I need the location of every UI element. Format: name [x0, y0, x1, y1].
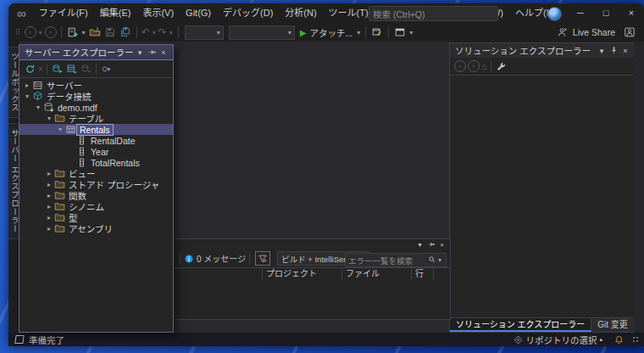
close-icon[interactable]: ×	[158, 48, 169, 57]
refresh-icon[interactable]	[23, 62, 37, 76]
column-header-line[interactable]: 行	[411, 268, 433, 280]
error-search-box[interactable]: エラー一覧を検索 ▾	[345, 253, 447, 267]
search-box[interactable]: 検索 (Ctrl+Q)	[369, 6, 498, 21]
notifications-bell-icon[interactable]	[614, 334, 624, 345]
menu-item-6[interactable]: ツール(T)	[323, 3, 375, 23]
add-connection-disabled-button[interactable]	[79, 62, 93, 76]
status-bar: 準備完了 リポジトリの選択 ▴	[8, 333, 644, 346]
expander-icon[interactable]: ▸	[45, 192, 53, 199]
tree-item[interactable]: RentalDate	[19, 135, 173, 146]
expander-icon[interactable]: ▾	[34, 104, 42, 111]
toolbar-separator	[249, 253, 250, 264]
minimize-button[interactable]: ─	[568, 3, 593, 23]
menu-item-1[interactable]: 編集(E)	[94, 3, 137, 23]
close-icon[interactable]: ×	[436, 241, 447, 249]
back-button[interactable]: ‹	[454, 60, 466, 72]
resize-grip[interactable]	[632, 336, 639, 343]
new-project-dropdown-icon[interactable]: ▾	[82, 29, 86, 36]
tree-item[interactable]: ▸サーバー	[19, 80, 173, 91]
menu-item-4[interactable]: デバッグ(D)	[217, 3, 279, 23]
platform-combobox[interactable]: ▾	[229, 25, 295, 40]
connect-to-database-button[interactable]	[50, 62, 64, 76]
window-position-icon[interactable]: ▾	[596, 47, 608, 55]
panel-title: サーバー エクスプローラー	[25, 46, 134, 59]
expander-icon[interactable]: ▸	[45, 225, 53, 233]
filter-button[interactable]	[255, 251, 270, 265]
dock-window-button[interactable]	[393, 25, 407, 39]
open-file-button[interactable]	[88, 25, 102, 39]
menu-item-5[interactable]: 分析(N)	[279, 3, 322, 23]
expander-icon[interactable]: ▾	[23, 92, 31, 100]
pin-icon[interactable]	[608, 46, 619, 55]
navigate-back-button[interactable]: ‹	[25, 26, 36, 38]
expander-icon[interactable]: ▾	[56, 126, 64, 133]
tree-item[interactable]: ▸シノニム	[19, 201, 173, 212]
attach-dropdown-icon[interactable]: ▾	[357, 29, 360, 36]
background-tasks-icon[interactable]	[14, 335, 24, 344]
bottom-tab-0[interactable]: ソリューション エクスプローラー	[450, 318, 591, 332]
expander-icon[interactable]: ▸	[45, 214, 53, 221]
maximize-button[interactable]: □	[593, 3, 619, 23]
bottom-tab-1[interactable]: Git 変更	[591, 318, 635, 332]
close-button[interactable]: ×	[619, 3, 644, 23]
expander-icon[interactable]: ▸	[45, 203, 53, 210]
expander-icon[interactable]: ▸	[23, 81, 31, 89]
column-header-project[interactable]: プロジェクト	[262, 268, 341, 280]
tree-item[interactable]: ▾Rentals	[19, 124, 173, 135]
navigate-back-dropdown-icon[interactable]: ▾	[39, 29, 42, 36]
toolbar-grip[interactable]: ⠿	[15, 28, 20, 36]
chevron-down-icon: ▾	[217, 29, 220, 36]
filter-icon	[258, 253, 268, 263]
pin-icon[interactable]	[146, 48, 158, 57]
close-icon[interactable]: ×	[619, 47, 631, 55]
home-button[interactable]: ⌂	[481, 61, 487, 71]
expander-icon[interactable]: ▸	[45, 181, 53, 188]
configuration-combobox[interactable]: ▾	[185, 25, 224, 40]
switch-views-button[interactable]	[494, 59, 508, 73]
tree-item[interactable]: ▸アセンブリ	[19, 223, 173, 234]
play-icon: ▶	[300, 28, 307, 37]
live-share-icon[interactable]	[555, 25, 569, 39]
tree-item[interactable]: ▾テーブル	[19, 113, 173, 124]
data-tools-button[interactable]	[99, 62, 114, 76]
new-project-button[interactable]	[66, 25, 80, 39]
toolbar-overflow-icon[interactable]: ▾	[409, 29, 413, 36]
undo-button[interactable]: ↶	[142, 26, 150, 38]
solution-explorer-toolbar: ‹ › ⌂	[450, 58, 635, 76]
save-button[interactable]	[103, 25, 117, 39]
expander-icon[interactable]: ▾	[45, 115, 53, 122]
forward-button[interactable]: ›	[468, 60, 480, 72]
menu-item-0[interactable]: ファイル(F)	[33, 3, 94, 23]
tree-item[interactable]: ▾データ接続	[19, 91, 173, 102]
pin-icon[interactable]	[425, 240, 436, 249]
redo-dropdown-icon[interactable]: ▾	[169, 29, 173, 36]
server-explorer-tree: ▸サーバー▾データ接続▾demo.mdf▾テーブル▾RentalsRentalD…	[19, 78, 173, 234]
redo-button[interactable]: ↷	[158, 26, 167, 38]
window-position-icon[interactable]: ▾	[134, 48, 146, 57]
messages-count[interactable]: 0 メッセージ	[197, 252, 246, 265]
menu-item-2[interactable]: 表示(V)	[136, 3, 180, 23]
server-explorer-title-bar[interactable]: サーバー エクスプローラー ▾ ×	[19, 45, 173, 60]
navigate-forward-button[interactable]: ›	[45, 26, 57, 38]
save-all-button[interactable]	[119, 25, 132, 39]
undo-dropdown-icon[interactable]: ▾	[153, 29, 156, 36]
sql-editor-button[interactable]	[370, 25, 384, 39]
main-toolbar: ⠿ ‹ ▾ › ▾ ↶ ▾ ↷ ▾ ▾ ▾ ▶ アタッチ...	[8, 23, 644, 42]
expander-icon[interactable]: ▸	[45, 170, 53, 177]
toolbar-separator	[180, 253, 180, 264]
feedback-icon[interactable]	[623, 25, 636, 39]
attach-button[interactable]: ▶ アタッチ...	[300, 26, 353, 39]
select-repository-button[interactable]: リポジトリの選択	[525, 333, 597, 346]
user-avatar[interactable]	[547, 7, 562, 21]
column-header-file[interactable]: ファイル	[341, 268, 411, 280]
tree-item[interactable]: Year	[19, 146, 173, 157]
menu-item-3[interactable]: Git(G)	[180, 3, 217, 23]
stop-refresh-button[interactable]: ×	[38, 64, 43, 74]
tree-item[interactable]: ▸ストアド プロシージャ	[19, 179, 173, 190]
solution-explorer-panel: ソリューション エクスプローラー ▾ × ‹ › ⌂ ソリューション エクスプロ…	[449, 42, 636, 333]
live-share-label[interactable]: Live Share	[573, 27, 615, 37]
solution-explorer-title-bar[interactable]: ソリューション エクスプローラー ▾ ×	[450, 43, 635, 58]
window-position-icon[interactable]: ▾	[414, 241, 425, 249]
connect-to-server-button[interactable]	[64, 62, 79, 76]
toolbar-separator	[491, 61, 491, 72]
